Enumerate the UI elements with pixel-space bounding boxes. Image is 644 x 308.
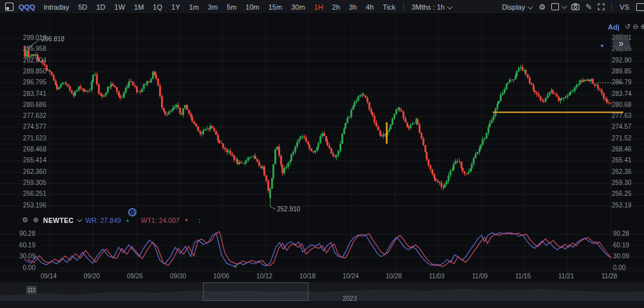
indicator-label-right: 90.28: [613, 231, 629, 237]
adjust-mode-label[interactable]: Adj: [608, 23, 620, 31]
time-label: 10/24: [343, 273, 359, 280]
price-label-right: 268.46: [612, 146, 632, 153]
price-label-left: 265.414: [0, 157, 46, 164]
price-label-left: 253.196: [0, 202, 46, 209]
indicator-header: ⚙ ⊗ NEWTEC WR: 27.849 ▲ WT1: 24.007 ▼ :: [22, 215, 200, 225]
timeframe-2h[interactable]: 2h: [328, 3, 345, 11]
timeframe-5m[interactable]: 5m: [222, 3, 241, 11]
price-label-left: 256.251: [0, 191, 46, 197]
indicator-label-left: 60.19: [0, 242, 35, 249]
timeframe-4h[interactable]: 4h: [361, 3, 378, 11]
layout-icon[interactable]: [5, 3, 14, 11]
price-label-right: 280.68: [612, 102, 632, 108]
timeframe-3h[interactable]: 3h: [345, 3, 361, 11]
indicator-label-left: 30.09: [0, 253, 35, 260]
price-label-left: 274.577: [0, 124, 46, 130]
axis-tools: ↺ ⊖ ⊕: [625, 23, 644, 31]
compare-icon[interactable]: [636, 3, 644, 11]
price-label-left: 299.013: [0, 35, 46, 41]
price-label-right: 286.79: [612, 79, 632, 86]
time-label: 09/20: [84, 273, 100, 280]
indicator-label-left: 90.28: [0, 231, 35, 237]
chevron-down-icon: [562, 3, 567, 8]
price-label-left: 271.523: [0, 135, 46, 142]
price-label-right: 265.41: [612, 157, 632, 164]
price-label-right: 292.90: [612, 57, 632, 64]
toolbar-right-group: Display ⚙ ✎ VS: [500, 3, 640, 11]
timeframe-1D[interactable]: 1D: [91, 3, 109, 11]
display-menu-label: Display: [502, 3, 525, 11]
chevron-down-icon: [528, 4, 533, 9]
wt1-readout: WT1: 24.007: [141, 217, 180, 224]
screen-layout-icon: [551, 3, 559, 10]
display-menu[interactable]: Display: [500, 3, 533, 11]
camera-icon[interactable]: [571, 3, 580, 10]
timeframe-1M[interactable]: 1M: [129, 3, 148, 11]
timeframe-Intraday[interactable]: Intraday: [39, 3, 74, 11]
toolbar-divider: [403, 3, 404, 11]
toolbar-divider: [611, 3, 612, 11]
dots-icon: [28, 288, 30, 289]
price-label-left: 259.305: [0, 180, 46, 186]
timeframe-1H[interactable]: 1H: [310, 3, 328, 11]
time-label: 10/18: [299, 273, 316, 280]
zoom-out-icon[interactable]: ⊖: [632, 23, 638, 31]
time-label: 09/14: [41, 273, 57, 280]
timeframe-30m[interactable]: 30m: [287, 3, 309, 11]
gear-icon[interactable]: ⚙: [538, 3, 545, 11]
indicator-close-icon[interactable]: ⊗: [33, 217, 39, 224]
wr-readout: WR: 27.849: [85, 217, 120, 224]
timeframe-15m[interactable]: 15m: [264, 3, 287, 11]
indicator-label-right: 0.00: [613, 265, 625, 271]
fullscreen-icon[interactable]: [598, 3, 605, 10]
time-label: 11/03: [429, 273, 444, 280]
timeframe-1Y[interactable]: 1Y: [167, 3, 184, 11]
chevron-down-icon[interactable]: [77, 217, 82, 222]
pencil-icon[interactable]: ✎: [585, 3, 592, 11]
price-label-right: 277.63: [612, 113, 632, 119]
up-triangle-icon: ▲: [126, 218, 130, 222]
navigator-year-label: 2023: [343, 295, 357, 302]
range-selector-label: 3Mths : 1h: [412, 3, 444, 11]
price-label-left: 283.741: [0, 91, 46, 97]
zoom-in-icon[interactable]: ⊕: [640, 23, 644, 31]
down-triangle-icon: ▼: [184, 218, 189, 222]
timeframe-1m[interactable]: 1m: [184, 3, 203, 11]
scroll-right-button[interactable]: »: [612, 34, 630, 52]
price-label-left: 295.958: [0, 46, 46, 52]
top-toolbar: QQQ Intraday5D1D1W1M1Q1Y1m3m5m10m15m30m1…: [0, 0, 644, 14]
price-label-right: 253.19: [612, 202, 632, 209]
price-label-left: 292.904: [0, 57, 46, 64]
range-selector[interactable]: 3Mths : 1h: [407, 3, 455, 11]
price-label-right: 259.30: [612, 180, 632, 186]
time-label: 10/12: [256, 273, 272, 280]
timeframe-1Q[interactable]: 1Q: [148, 3, 167, 11]
low-price-annotation: 252.910: [277, 206, 300, 213]
timeframe-Tick[interactable]: Tick: [378, 3, 400, 11]
navigator-selection[interactable]: [203, 282, 308, 301]
timeframe-5D[interactable]: 5D: [73, 3, 91, 11]
indicator-name[interactable]: NEWTEC: [43, 217, 73, 224]
screen-layout-button[interactable]: [551, 3, 565, 10]
indicator-settings-icon[interactable]: ⚙: [22, 217, 28, 224]
undo-icon[interactable]: ↺: [625, 23, 630, 31]
symbol-label[interactable]: QQQ: [15, 3, 39, 11]
indicator-label-left: 0.00: [0, 265, 35, 271]
price-label-left: 262.360: [0, 169, 46, 175]
indicator-label-right: 60.19: [613, 242, 629, 249]
indicator-extra: :: [198, 217, 201, 224]
timeframe-10m[interactable]: 10m: [241, 3, 263, 11]
chevron-down-icon: [448, 4, 453, 9]
time-label: 11/15: [515, 273, 531, 280]
timeframe-list: Intraday5D1D1W1M1Q1Y1m3m5m10m15m30m1H2h3…: [39, 3, 400, 11]
timeframe-1W[interactable]: 1W: [110, 3, 130, 11]
price-chart-canvas[interactable]: [0, 0, 644, 308]
navigator-settings-button[interactable]: [26, 286, 37, 294]
time-label: 11/09: [472, 273, 488, 280]
timeframe-3m[interactable]: 3m: [204, 3, 222, 11]
vs-button[interactable]: VS: [618, 3, 630, 11]
indicator-label-right: 30.09: [613, 253, 629, 260]
price-label-right: 271.52: [612, 135, 632, 142]
time-label: 11/28: [601, 273, 617, 280]
price-label-left: 277.632: [0, 113, 46, 119]
